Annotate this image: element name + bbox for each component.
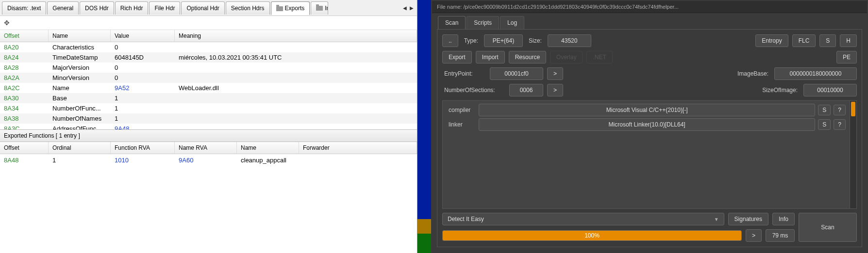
resource-button[interactable]: Resource: [509, 51, 546, 63]
table-row[interactable]: 8A28MajorVersion0: [0, 63, 417, 73]
cell-offset: 8A24: [0, 52, 49, 63]
cell-value: 0: [111, 63, 175, 73]
detection-kind: linker: [447, 121, 476, 128]
detection-s-button[interactable]: S: [818, 105, 831, 115]
tab-scan[interactable]: Scan: [438, 16, 466, 29]
cell-name-rva: 9A60: [175, 154, 237, 166]
col-meaning[interactable]: Meaning: [175, 30, 417, 42]
cell-name: MinorVersion: [49, 73, 111, 83]
detection-text[interactable]: Microsoft Visual C/C++(2010)[-]: [479, 104, 815, 116]
cell-value: 0: [111, 73, 175, 83]
col2-frva[interactable]: Function RVA: [111, 142, 175, 154]
col2-name[interactable]: Name: [237, 142, 299, 154]
sections-label: NumberOfSections:: [442, 87, 505, 94]
table-row[interactable]: 8A2CName9A52WebLoader.dll: [0, 83, 417, 93]
tab-rich-hdr[interactable]: Rich Hdr: [115, 1, 149, 15]
scan-progress: 100%: [442, 230, 742, 241]
cell-value: 9A48: [111, 124, 175, 129]
col-name[interactable]: Name: [49, 30, 111, 42]
col2-nrva[interactable]: Name RVA: [175, 142, 237, 154]
cell-meaning: [175, 113, 417, 124]
cell-offset: 8A20: [0, 42, 49, 52]
tab-imports-truncated[interactable]: Im: [311, 1, 328, 15]
cell-value: 9A52: [111, 83, 175, 93]
scan-button[interactable]: Scan: [799, 213, 857, 242]
move-icon[interactable]: ✥: [4, 19, 10, 27]
col-value[interactable]: Value: [111, 30, 175, 42]
cell-name: TimeDateStamp: [49, 52, 111, 63]
table-row[interactable]: 8A20Characteristics0: [0, 42, 417, 52]
signatures-button[interactable]: Signatures: [728, 213, 768, 225]
table-row[interactable]: 8A34NumberOfFunc...1: [0, 103, 417, 113]
table-row[interactable]: 8A48110109A60cleanup_appcall: [0, 154, 417, 166]
cell-offset: 8A30: [0, 93, 49, 103]
table-row[interactable]: 8A2AMinorVersion0: [0, 73, 417, 83]
detection-help-button[interactable]: ?: [834, 105, 846, 115]
file-path-bar: File name: /p/ce0ec90009b0911d2cd1c29190…: [432, 1, 867, 13]
detection-text[interactable]: Microsoft Linker(10.0)[DLL64]: [479, 118, 815, 131]
pe-button[interactable]: PE: [836, 51, 857, 63]
cell-name: NumberOfFunc...: [49, 103, 111, 113]
tab-dos-hdr[interactable]: DOS Hdr: [80, 1, 114, 15]
table-row[interactable]: 8A38NumberOfNames1: [0, 113, 417, 124]
entropy-strip: [417, 0, 431, 253]
tab-section-hdrs[interactable]: Section Hdrs: [226, 1, 270, 15]
flc-button[interactable]: FLC: [792, 34, 816, 47]
tab-exports[interactable]: Exports: [271, 1, 310, 15]
exported-functions-title: Exported Functions [ 1 entry ]: [0, 129, 417, 142]
col2-forwarder[interactable]: Forwarder: [299, 142, 417, 154]
cell-offset: 8A2C: [0, 83, 49, 93]
import-button[interactable]: Import: [476, 51, 505, 63]
up-button[interactable]: ..: [442, 34, 458, 47]
cell-name: Characteristics: [49, 42, 111, 52]
sections-go-button[interactable]: >: [547, 84, 563, 96]
pe-tabs: Disasm: .text General DOS Hdr Rich Hdr F…: [0, 0, 417, 16]
folder-icon: [276, 6, 283, 11]
progress-go-button[interactable]: >: [746, 229, 762, 242]
entropy-button[interactable]: Entropy: [755, 34, 788, 47]
functions-grid-header: Offset Ordinal Function RVA Name RVA Nam…: [0, 142, 417, 154]
size-value: 43520: [548, 34, 591, 47]
detections-scrollbar[interactable]: [850, 101, 856, 208]
detection-s-button[interactable]: S: [818, 119, 831, 130]
cell-name: Name: [49, 83, 111, 93]
tab-disasm[interactable]: Disasm: .text: [2, 1, 46, 15]
tab-scroll-right-icon[interactable]: ▶: [408, 3, 415, 13]
tab-general[interactable]: General: [47, 1, 79, 15]
h-button[interactable]: H: [840, 34, 857, 47]
sections-value: 0006: [509, 84, 543, 96]
col2-ordinal[interactable]: Ordinal: [49, 142, 111, 154]
detection-row: compilerMicrosoft Visual C/C++(2010)[-]S…: [445, 103, 848, 117]
col-offset[interactable]: Offset: [0, 30, 49, 42]
cell-offset: 8A34: [0, 103, 49, 113]
entrypoint-go-button[interactable]: >: [547, 67, 563, 80]
tab-optional-hdr[interactable]: Optional Hdr: [181, 1, 224, 15]
table-row[interactable]: 8A3CAddressOfFunc...9A48: [0, 124, 417, 129]
cell-offset: 8A2A: [0, 73, 49, 83]
col2-offset[interactable]: Offset: [0, 142, 49, 154]
imagebase-value: 0000000180000000: [774, 67, 857, 80]
cell-meaning: [175, 124, 417, 129]
table-row[interactable]: 8A30Base1: [0, 93, 417, 103]
detection-help-button[interactable]: ?: [834, 119, 846, 130]
engine-select[interactable]: Detect It Easy ▼: [442, 213, 724, 225]
cell-offset: 8A38: [0, 113, 49, 124]
tab-scroll-left-icon[interactable]: ◀: [401, 3, 408, 13]
s-button[interactable]: S: [819, 34, 836, 47]
cell-name: NumberOfNames: [49, 113, 111, 124]
cell-name: AddressOfFunc...: [49, 124, 111, 129]
cell-meaning: [175, 73, 417, 83]
cell-value: 1: [111, 113, 175, 124]
export-button[interactable]: Export: [442, 51, 472, 63]
cell-value: 1: [111, 93, 175, 103]
imagebase-label: ImageBase:: [735, 70, 770, 77]
tab-scripts[interactable]: Scripts: [467, 16, 499, 29]
cell-name: cleanup_appcall: [237, 154, 299, 166]
tab-file-hdr[interactable]: File Hdr: [149, 1, 180, 15]
cell-value: 6048145D: [111, 52, 175, 63]
entrypoint-label: EntryPoint:: [442, 70, 486, 77]
cell-function-rva: 1010: [111, 154, 175, 166]
tab-log[interactable]: Log: [500, 16, 524, 29]
table-row[interactable]: 8A24TimeDateStamp6048145Dmiércoles, 10.0…: [0, 52, 417, 63]
info-button[interactable]: Info: [772, 213, 795, 225]
